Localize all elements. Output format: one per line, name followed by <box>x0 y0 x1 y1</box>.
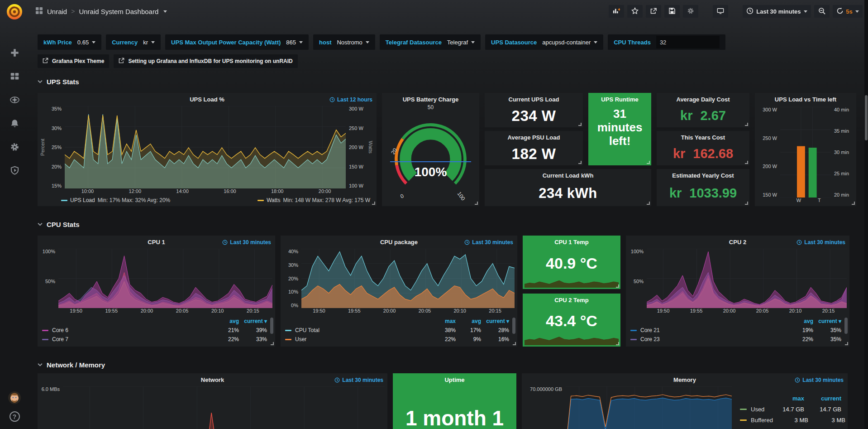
user-avatar[interactable] <box>8 391 21 404</box>
time-range-label: Last 30 minutes <box>756 8 801 15</box>
stat-value: kr1033.99 <box>657 180 749 206</box>
legend-row: Core 621%39% <box>42 326 267 335</box>
panel-time-override[interactable]: Last 12 hours <box>329 96 372 103</box>
star-dashboard-button[interactable] <box>627 5 643 18</box>
panel-title[interactable]: Current UPS Load <box>485 93 583 104</box>
section-network-memory[interactable]: Network / Memory <box>38 359 856 371</box>
variable-currency[interactable]: Currency kr <box>106 34 161 50</box>
section-cpu-stats[interactable]: CPU Stats <box>38 218 856 230</box>
panel-title[interactable]: Average Daily Cost <box>657 93 749 104</box>
cpu-threads-input[interactable] <box>656 36 720 48</box>
panel-ups-battery-charge: UPS Battery Charge 0 20 50 100 100% <box>382 93 479 206</box>
panel-title[interactable]: Uptime <box>393 373 516 385</box>
panel-title[interactable]: This Years Cost <box>657 131 749 142</box>
panel-title[interactable]: Estimated Yearly Cost <box>657 169 749 180</box>
variable-kwh-price[interactable]: kWh Price 0.65 <box>38 34 101 50</box>
legend-col-max[interactable]: max <box>430 318 456 324</box>
legend-scrollbar[interactable] <box>844 318 848 334</box>
y-axis-left: 100%50% <box>39 249 58 308</box>
legend-scrollbar[interactable] <box>270 318 273 334</box>
panel-ups-load: UPS Load % Last 12 hours Percent 35%30%2… <box>38 93 377 206</box>
x-axis: 19:5019:5520:0020:0520:1020:15 <box>301 308 513 316</box>
clock-icon <box>746 7 754 16</box>
variable-host[interactable]: host Nostromo <box>313 34 375 50</box>
legend-col-avg[interactable]: avg <box>788 318 813 324</box>
ups-load-chart[interactable] <box>65 106 346 188</box>
sidebar-item-configuration[interactable] <box>9 142 20 154</box>
legend-table: maxavgcurrent ▾ CPU Total38%17%28% User2… <box>281 316 517 347</box>
panel-title[interactable]: UPS Load vs Time left <box>755 93 856 104</box>
clock-icon <box>334 377 340 383</box>
legend-series-ups-load[interactable]: UPS Load Min: 17% Max: 32% Avg: 20% <box>61 197 170 203</box>
variable-ups-datasource[interactable]: UPS Datasource apcupsd-container <box>485 34 603 50</box>
panel-title[interactable]: Average PSU Load <box>485 131 583 142</box>
sidebar: ? <box>0 0 29 429</box>
panel-time-override[interactable]: Last 30 minutes <box>796 239 845 246</box>
dashboard-settings-button[interactable] <box>683 5 698 18</box>
clock-icon <box>795 377 800 383</box>
navbar-actions: Last 30 minutes 5s <box>609 5 863 18</box>
y-axis-left: 40%30%20%10%0% <box>282 249 301 308</box>
panel-time-override[interactable]: Last 30 minutes <box>222 239 271 246</box>
panel-title[interactable]: CPU 2 Temp <box>523 294 620 305</box>
legend-col-current[interactable]: current ▾ <box>813 318 841 324</box>
variable-ups-max-output[interactable]: UPS Max Output Power Capacity (Watt) 865 <box>165 34 309 50</box>
section-ups-stats[interactable]: UPS Stats <box>38 76 856 87</box>
panel-title[interactable]: UPS Load % <box>38 93 377 104</box>
variable-cpu-threads: CPU Threads <box>608 34 725 50</box>
shield-icon <box>10 166 19 177</box>
sidebar-item-create[interactable] <box>9 48 20 59</box>
variable-telegraf-datasource[interactable]: Telegraf Datasource Telegraf <box>380 34 481 50</box>
grafana-logo[interactable] <box>5 2 24 21</box>
chevron-down-icon[interactable] <box>163 10 167 13</box>
sidebar-item-alerting[interactable] <box>9 118 20 130</box>
chevron-down-icon <box>92 41 95 43</box>
cycle-view-button[interactable] <box>713 5 728 18</box>
zoom-out-button[interactable] <box>814 5 830 18</box>
cpu1-chart[interactable] <box>58 249 272 308</box>
legend-col-max[interactable]: max <box>769 395 804 402</box>
legend-row: Core 722%33% <box>42 335 267 344</box>
legend-col-avg[interactable]: avg <box>214 318 239 324</box>
panel-title[interactable]: UPS Runtime <box>588 93 651 104</box>
legend-col-current[interactable]: current ▾ <box>239 318 267 324</box>
sidebar-item-server-admin[interactable] <box>9 165 20 177</box>
legend-row: Core 2119%35% <box>630 326 841 335</box>
panel-title[interactable]: CPU 1 Temp <box>523 236 620 247</box>
ups-load-vs-time-chart[interactable] <box>780 107 831 198</box>
page-scrollbar-thumb[interactable] <box>865 95 868 140</box>
share-dashboard-button[interactable] <box>646 5 661 18</box>
network-chart[interactable] <box>63 386 385 429</box>
panel-title[interactable]: UPS Battery Charge <box>382 93 479 104</box>
dashboard-title[interactable]: Unraid System Dashboard <box>79 8 158 15</box>
panel-time-override[interactable]: Last 30 minutes <box>334 377 383 383</box>
sidebar-item-explore[interactable] <box>9 95 20 106</box>
link-grafana-influxdb-ups-guide[interactable]: Setting up Grafana and InfluxDB for UPS … <box>114 54 297 68</box>
breadcrumb-folder[interactable]: Unraid <box>47 8 67 15</box>
refresh-control[interactable]: 5s <box>833 5 863 18</box>
legend-col-current[interactable]: current ▾ <box>481 318 509 324</box>
cpu2-chart[interactable] <box>647 249 847 308</box>
panel-memory: Memory Last 30 minutes 70.000000 GB60.00… <box>522 373 848 429</box>
dashboard-body: kWh Price 0.65 Currency kr UPS Max Outpu… <box>29 0 868 429</box>
clock-icon <box>222 240 228 245</box>
memory-chart[interactable] <box>565 386 732 429</box>
dashboard-grid-icon <box>35 7 43 16</box>
panel-cpu1: CPU 1 Last 30 minutes 100%50% 19:5019:55… <box>38 236 275 347</box>
legend-series-watts[interactable]: Watts Min: 148 W Max: 278 W Avg: 175 W <box>258 197 370 203</box>
save-dashboard-button[interactable] <box>664 5 680 18</box>
time-range-picker[interactable]: Last 30 minutes <box>743 5 811 18</box>
cpu-package-chart[interactable] <box>301 249 515 308</box>
panel-time-override[interactable]: Last 30 minutes <box>795 377 844 383</box>
dashboards-icon <box>10 72 19 82</box>
sidebar-item-dashboards[interactable] <box>9 71 20 83</box>
legend-scrollbar[interactable] <box>512 318 515 334</box>
panel-title[interactable]: Current Load kWh <box>485 169 651 180</box>
network-memory-row: Network Last 30 minutes 6.0 MBs4.0 MBs2.… <box>38 373 856 429</box>
link-grafana-plex-theme[interactable]: Grafana Plex Theme <box>38 54 109 68</box>
legend-col-avg[interactable]: avg <box>456 318 481 324</box>
help-icon[interactable]: ? <box>10 411 20 422</box>
legend-col-current[interactable]: current <box>804 395 841 402</box>
panel-time-override[interactable]: Last 30 minutes <box>464 239 513 246</box>
add-panel-button[interactable] <box>609 5 624 18</box>
